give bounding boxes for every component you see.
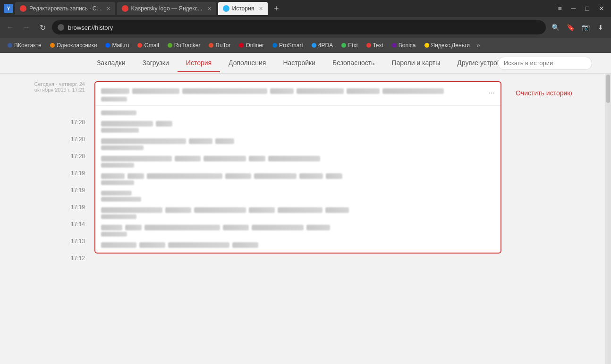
blurred-16 — [101, 145, 144, 150]
blurred-40 — [101, 225, 122, 230]
back-button[interactable]: ← — [4, 21, 17, 34]
history-item-2-row1 — [101, 121, 495, 127]
history-highlighted-box: ... — [94, 81, 501, 254]
history-item-0-row1: ... — [101, 87, 495, 95]
tab-history[interactable]: История — [178, 54, 220, 72]
tab-1-close[interactable]: ✕ — [106, 6, 110, 12]
tab-bookmarks[interactable]: Закладки — [88, 54, 134, 72]
gmail-icon — [137, 43, 142, 48]
maximize-button[interactable]: □ — [583, 4, 592, 13]
tab-2-label: Kaspersky logo — Яндекс... — [131, 5, 203, 12]
titlebar: Y Редактировать запись · С... ✕ Kaspersk… — [0, 0, 611, 17]
tab-passwords[interactable]: Пароли и карты — [383, 54, 449, 72]
tab-1-label: Редактировать запись · С... — [29, 5, 102, 12]
screenshot-button[interactable]: 📷 — [579, 21, 592, 34]
history-item-3 — [95, 135, 501, 153]
tab-3[interactable]: История ✕ — [218, 2, 268, 15]
tab-downloads[interactable]: Загрузки — [134, 54, 177, 72]
history-item-1 — [95, 108, 501, 118]
bookmark-vk[interactable]: ВКонтакте — [4, 40, 45, 51]
onliner-label: Onliner — [246, 42, 264, 49]
tab-1[interactable]: Редактировать запись · С... ✕ — [15, 2, 115, 15]
tab-extensions[interactable]: Дополнения — [220, 54, 274, 72]
refresh-button[interactable]: ↻ — [36, 21, 49, 34]
4pda-label: 4PDA — [318, 42, 333, 49]
blurred-34 — [165, 207, 191, 213]
forward-button[interactable]: → — [20, 21, 33, 34]
blurred-46 — [101, 232, 127, 237]
history-search-input[interactable] — [498, 57, 592, 70]
blurred-13 — [101, 138, 186, 144]
bookmark-text[interactable]: Text — [363, 40, 387, 51]
bookmark-button[interactable]: 🔖 — [564, 21, 577, 34]
bookmark-rutor[interactable]: RuTor — [205, 40, 234, 51]
menu-button[interactable]: ≡ — [555, 4, 564, 13]
history-item-2-row2 — [101, 128, 495, 133]
time-1720-2: 17:20 — [71, 136, 85, 143]
blurred-20 — [249, 156, 265, 161]
bookmark-4pda[interactable]: 4PDA — [308, 40, 337, 51]
bookmark-etxt[interactable]: Etxt — [338, 40, 362, 51]
search-button[interactable]: 🔍 — [549, 21, 562, 34]
blurred-18 — [175, 156, 201, 161]
tab-settings[interactable]: Настройки — [274, 54, 324, 72]
download-button[interactable]: ⬇ — [594, 21, 607, 34]
tab-2-close[interactable]: ✕ — [207, 6, 212, 12]
bookmarks-bar: ВКонтакте Одноклассники Mail.ru Gmail Ru… — [0, 38, 611, 53]
blurred-30 — [101, 180, 134, 185]
time-label-1719-3: 17:19 — [71, 204, 85, 211]
bookmark-rutracker[interactable]: RuTracker — [164, 40, 204, 51]
blurred-9 — [101, 110, 136, 115]
text-icon — [366, 43, 371, 48]
browser-icon: Y — [4, 4, 13, 13]
bonica-icon — [392, 43, 397, 48]
history-item-7-row2 — [101, 214, 495, 219]
time-label-1720-1: 17:20 — [71, 119, 85, 126]
blurred-36 — [249, 207, 275, 213]
ok-label: Одноклассники — [57, 42, 97, 49]
time-1719-2: 17:19 — [71, 187, 85, 194]
tab-security[interactable]: Безопасность — [324, 54, 383, 72]
history-item-9-row1 — [101, 242, 495, 248]
bonica-label: Bonica — [399, 42, 416, 49]
bookmark-prosmart[interactable]: ProSmart — [269, 40, 307, 51]
history-item-1-row1 — [101, 110, 495, 115]
address-bar[interactable]: browser://history — [52, 20, 546, 34]
bookmark-gmail[interactable]: Gmail — [134, 40, 162, 51]
blurred-3 — [182, 88, 267, 94]
blurred-33 — [101, 207, 162, 213]
history-area: Сегодня - четверг, 24 октября 2019 г. 17… — [0, 74, 605, 364]
minimize-button[interactable]: ─ — [569, 4, 579, 13]
history-item-2 — [95, 118, 501, 135]
bookmark-mailru[interactable]: Mail.ru — [102, 40, 133, 51]
right-sidebar: Очистить историю — [511, 81, 605, 356]
item-0-menu-button[interactable]: ... — [489, 87, 495, 95]
blurred-15 — [215, 138, 234, 144]
bookmark-onliner[interactable]: Onliner — [235, 40, 268, 51]
blurred-39 — [101, 214, 136, 219]
tab-2[interactable]: Kaspersky logo — Яндекс... ✕ — [117, 2, 216, 15]
gmail-label: Gmail — [144, 42, 159, 49]
bookmark-ok[interactable]: Одноклассники — [46, 40, 101, 51]
time-1719-3: 17:19 — [71, 204, 85, 211]
bookmark-bonica[interactable]: Bonica — [388, 40, 420, 51]
clear-history-button[interactable]: Очистить историю — [516, 89, 572, 97]
history-item-8 — [95, 222, 501, 239]
bookmarks-more-button[interactable]: » — [476, 42, 480, 49]
window-controls: ≡ ─ □ ✕ — [555, 4, 607, 13]
bookmark-yandex-money[interactable]: Яндекс.Деньги — [421, 40, 474, 51]
tab-3-close[interactable]: ✕ — [259, 6, 263, 12]
add-tab-button[interactable]: + — [270, 2, 283, 15]
blurred-7 — [382, 88, 444, 94]
blurred-17 — [101, 156, 172, 161]
time-label-1712: 17:12 — [71, 255, 85, 262]
time-label-1719-1: 17:19 — [71, 170, 85, 177]
scrollbar[interactable] — [605, 74, 611, 364]
close-button[interactable]: ✕ — [596, 4, 607, 13]
blurred-2 — [132, 88, 179, 94]
history-item-5 — [95, 170, 501, 188]
scrollbar-thumb[interactable] — [606, 75, 610, 103]
time-label-1720-2: 17:20 — [71, 136, 85, 143]
history-item-9 — [95, 239, 501, 251]
onliner-icon — [239, 43, 244, 48]
